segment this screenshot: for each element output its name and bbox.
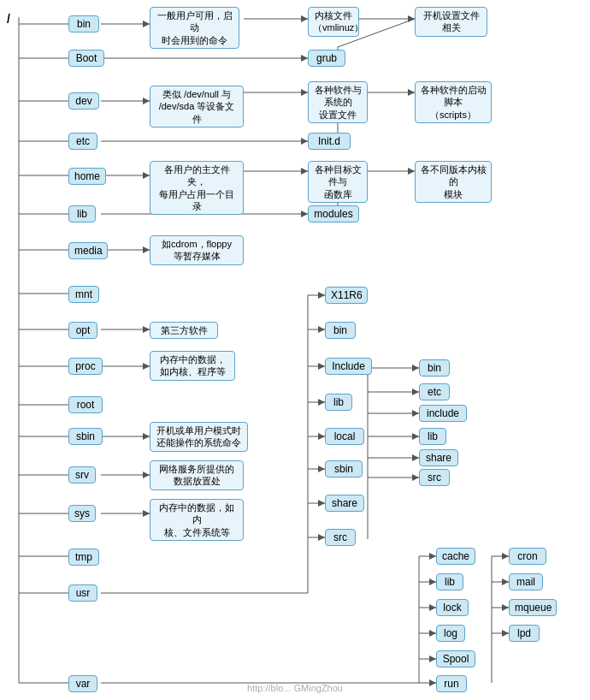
svg-marker-89 xyxy=(412,389,419,395)
node-dev: dev xyxy=(68,92,99,110)
svg-marker-106 xyxy=(429,656,436,662)
node-sbin: sbin xyxy=(68,428,103,445)
svg-marker-104 xyxy=(429,604,436,611)
desc-home: 各用户的主文件夹，每用户占用一个目录 xyxy=(150,161,244,215)
node-local-include: include xyxy=(419,405,467,422)
desc-proc: 内存中的数据，如内核、程序等 xyxy=(150,351,235,381)
node-targets: 各种目标文件与函数库 xyxy=(308,161,368,203)
node-tmp: tmp xyxy=(68,549,99,566)
svg-marker-73 xyxy=(301,55,308,62)
node-var-spool: Spool xyxy=(436,650,475,667)
svg-marker-103 xyxy=(429,578,436,585)
node-usr-share: share xyxy=(325,495,364,512)
node-opt: opt xyxy=(68,322,97,339)
node-spool-mail: mail xyxy=(509,573,543,590)
node-modules: modules xyxy=(308,205,359,222)
svg-marker-95 xyxy=(318,326,325,333)
node-etc: etc xyxy=(68,133,97,150)
node-usr-x11r6: X11R6 xyxy=(325,287,368,304)
desc-sbin: 开机或单用户模式时还能操作的系统命令 xyxy=(150,422,248,452)
svg-marker-77 xyxy=(301,138,308,145)
svg-marker-79 xyxy=(301,168,308,175)
node-var-cache: cache xyxy=(436,548,475,565)
node-kernel: 内核文件（vmlinuz） xyxy=(308,7,359,37)
node-usr-local: local xyxy=(325,428,364,445)
node-spool-lpd: lpd xyxy=(509,625,540,642)
node-local-src: src xyxy=(419,469,450,486)
node-srv: srv xyxy=(68,466,96,483)
svg-marker-110 xyxy=(502,604,509,611)
svg-marker-74 xyxy=(143,98,150,104)
node-lib: lib xyxy=(68,205,96,222)
svg-marker-86 xyxy=(143,472,150,478)
svg-marker-84 xyxy=(143,363,150,370)
node-initd: Init.d xyxy=(308,133,351,150)
node-kernelver: 各不同版本内核的模块 xyxy=(415,161,492,203)
node-scripts: 各种软件的启动脚本（scripts） xyxy=(415,81,492,123)
node-root-dir: root xyxy=(68,396,103,413)
node-usr-include: Include xyxy=(325,358,372,375)
svg-marker-105 xyxy=(429,630,436,637)
desc-media: 如cdrom，floppy等暂存媒体 xyxy=(150,235,244,265)
svg-marker-70 xyxy=(143,21,150,27)
svg-marker-78 xyxy=(143,172,150,179)
svg-marker-87 xyxy=(143,510,150,517)
svg-marker-90 xyxy=(412,410,419,417)
svg-marker-97 xyxy=(318,399,325,406)
node-usr-bin: bin xyxy=(325,322,356,339)
node-local-share: share xyxy=(419,449,458,466)
desc-dev: 类似 /dev/null 与/dev/sda 等设备文件 xyxy=(150,86,244,128)
desc-srv: 网络服务所提供的数据放置处 xyxy=(150,460,244,490)
node-startup: 开机设置文件相关 xyxy=(415,7,487,37)
svg-marker-85 xyxy=(143,433,150,440)
desc-opt: 第三方软件 xyxy=(150,322,218,339)
diagram: / bin Boot dev etc home lib media mnt op… xyxy=(0,0,590,700)
node-usr-lib: lib xyxy=(325,394,352,411)
svg-marker-71 xyxy=(301,15,308,22)
svg-marker-92 xyxy=(412,454,419,461)
node-boot: Boot xyxy=(68,50,104,67)
svg-marker-83 xyxy=(143,326,150,333)
svg-marker-100 xyxy=(318,500,325,507)
svg-marker-75 xyxy=(301,89,308,96)
node-grub: grub xyxy=(308,50,345,67)
node-var-run: run xyxy=(436,675,467,692)
svg-marker-96 xyxy=(318,363,325,370)
node-spool-cron: cron xyxy=(509,548,546,565)
node-var-lib: lib xyxy=(436,573,463,590)
node-sys: sys xyxy=(68,505,96,522)
node-local-etc: etc xyxy=(419,383,450,400)
svg-marker-76 xyxy=(408,89,415,96)
svg-marker-107 xyxy=(429,679,436,686)
svg-marker-80 xyxy=(408,168,415,175)
svg-marker-99 xyxy=(318,466,325,472)
node-usr: usr xyxy=(68,584,97,602)
desc-sys: 内存中的数据，如内核、文件系统等 xyxy=(150,499,244,541)
svg-marker-108 xyxy=(502,553,509,560)
node-proc: proc xyxy=(68,358,103,375)
root-label: / xyxy=(7,12,10,26)
svg-marker-98 xyxy=(318,433,325,440)
svg-marker-111 xyxy=(502,630,509,637)
svg-marker-109 xyxy=(502,578,509,585)
svg-marker-94 xyxy=(318,292,325,299)
svg-marker-101 xyxy=(318,534,325,541)
svg-marker-81 xyxy=(301,211,308,217)
node-usr-sbin: sbin xyxy=(325,460,363,478)
node-settings: 各种软件与系统的设置文件 xyxy=(308,81,368,123)
svg-marker-102 xyxy=(429,553,436,560)
svg-marker-88 xyxy=(412,365,419,371)
node-usr-src: src xyxy=(325,529,356,546)
node-home: home xyxy=(68,168,106,185)
svg-marker-82 xyxy=(143,246,150,253)
node-local-bin: bin xyxy=(419,359,450,377)
node-local-lib: lib xyxy=(419,428,446,445)
node-var: var xyxy=(68,675,97,692)
node-var-lock: lock xyxy=(436,599,469,616)
node-bin: bin xyxy=(68,15,99,33)
desc-bin: 一般用户可用，启动时会用到的命令 xyxy=(150,7,239,49)
node-spool-mqueue: mqueue xyxy=(509,599,557,616)
node-media: media xyxy=(68,242,108,259)
svg-marker-72 xyxy=(408,15,415,22)
node-mnt: mnt xyxy=(68,286,99,303)
